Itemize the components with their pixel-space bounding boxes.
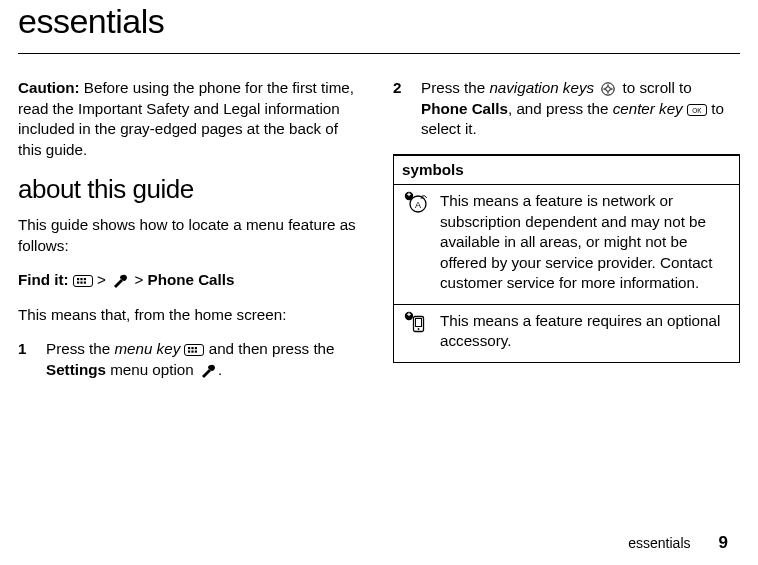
step-2-number: 2 bbox=[393, 78, 407, 140]
svg-rect-0 bbox=[73, 276, 92, 287]
find-it-phonecalls: Phone Calls bbox=[148, 271, 235, 288]
svg-rect-22 bbox=[408, 193, 409, 197]
optional-accessory-icon bbox=[404, 311, 428, 333]
step2-c: , and press the bbox=[508, 100, 613, 117]
svg-rect-12 bbox=[192, 351, 194, 353]
step-list-left: 1 Press the menu key and then press the … bbox=[18, 339, 365, 380]
svg-rect-24 bbox=[416, 318, 422, 326]
svg-rect-9 bbox=[192, 347, 194, 349]
step1-a: Press the bbox=[46, 340, 114, 357]
left-column: Caution: Before using the phone for the … bbox=[18, 78, 365, 390]
svg-rect-7 bbox=[185, 345, 204, 356]
step-1: 1 Press the menu key and then press the … bbox=[18, 339, 365, 380]
section-heading-about: about this guide bbox=[18, 174, 365, 205]
svg-rect-1 bbox=[77, 278, 79, 280]
menu-key-term: menu key bbox=[114, 340, 180, 357]
svg-rect-4 bbox=[77, 282, 79, 284]
table-row: This means a feature requires an optiona… bbox=[394, 304, 740, 362]
svg-rect-28 bbox=[408, 312, 409, 316]
settings-tools-icon bbox=[198, 364, 218, 378]
right-column: 2 Press the navigation keys to scroll to… bbox=[393, 78, 740, 390]
step-1-text: Press the menu key and then press the Se… bbox=[46, 339, 365, 380]
step1-c: menu option bbox=[106, 361, 198, 378]
symbol-desc-accessory: This means a feature requires an optiona… bbox=[432, 304, 740, 362]
step1-d: . bbox=[218, 361, 222, 378]
phonecalls-term: Phone Calls bbox=[421, 100, 508, 117]
symbols-header: symbols bbox=[394, 155, 740, 185]
navigation-key-icon bbox=[598, 82, 618, 96]
content-columns: Caution: Before using the phone for the … bbox=[18, 78, 740, 390]
center-key-icon: OK bbox=[687, 103, 707, 117]
step2-b: to scroll to bbox=[618, 79, 691, 96]
symbols-table: symbols A This means a bbox=[393, 154, 740, 363]
centerkey-term: center key bbox=[613, 100, 683, 117]
menu-key-icon bbox=[73, 274, 93, 288]
settings-tools-icon bbox=[110, 274, 130, 288]
footer-section-label: essentials bbox=[628, 535, 690, 551]
navkeys-term: navigation keys bbox=[489, 79, 594, 96]
step-1-number: 1 bbox=[18, 339, 32, 380]
find-it-sep2: > bbox=[134, 271, 147, 288]
svg-rect-10 bbox=[195, 347, 197, 349]
step-list-right: 2 Press the navigation keys to scroll to… bbox=[393, 78, 740, 140]
find-it-label: Find it: bbox=[18, 271, 69, 288]
page-footer: essentials 9 bbox=[628, 533, 728, 553]
about-intro: This guide shows how to locate a menu fe… bbox=[18, 215, 365, 256]
means-line: This means that, from the home screen: bbox=[18, 305, 365, 326]
svg-rect-6 bbox=[84, 282, 86, 284]
symbol-desc-network: This means a feature is network or subsc… bbox=[432, 185, 740, 305]
caution-label: Caution: bbox=[18, 79, 80, 96]
svg-rect-8 bbox=[188, 347, 190, 349]
symbol-cell-network: A bbox=[394, 185, 433, 305]
page-title: essentials bbox=[18, 0, 740, 54]
svg-rect-11 bbox=[188, 351, 190, 353]
step1-b: and then press the bbox=[204, 340, 334, 357]
svg-rect-2 bbox=[80, 278, 82, 280]
svg-point-25 bbox=[418, 328, 420, 330]
step-2: 2 Press the navigation keys to scroll to… bbox=[393, 78, 740, 140]
find-it-line: Find it: > > Phone Calls bbox=[18, 270, 365, 291]
svg-text:OK: OK bbox=[692, 106, 702, 113]
find-it-sep1: > bbox=[97, 271, 110, 288]
step-2-text: Press the navigation keys to scroll to P… bbox=[421, 78, 740, 140]
step2-a: Press the bbox=[421, 79, 489, 96]
footer-page-number: 9 bbox=[719, 533, 728, 553]
caution-paragraph: Caution: Before using the phone for the … bbox=[18, 78, 365, 160]
menu-key-icon bbox=[184, 343, 204, 357]
table-row: A This means a feature is network or sub… bbox=[394, 185, 740, 305]
svg-text:A: A bbox=[415, 200, 421, 210]
network-dependent-icon: A bbox=[404, 191, 428, 213]
svg-rect-5 bbox=[80, 282, 82, 284]
svg-rect-13 bbox=[195, 351, 197, 353]
symbol-cell-accessory bbox=[394, 304, 433, 362]
svg-rect-3 bbox=[84, 278, 86, 280]
svg-point-15 bbox=[606, 87, 611, 92]
settings-term: Settings bbox=[46, 361, 106, 378]
